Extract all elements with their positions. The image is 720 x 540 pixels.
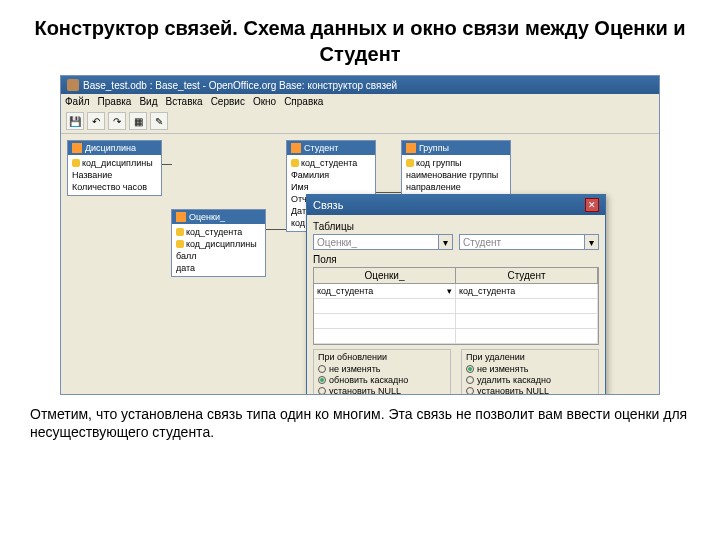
window-title: Base_test.odb : Base_test - OpenOffice.o… xyxy=(83,80,397,91)
toolbar: 💾 ↶ ↷ ▦ ✎ xyxy=(61,109,659,134)
redo-button[interactable]: ↷ xyxy=(108,112,126,130)
table-ocenki[interactable]: Оценки_ код_студента код_дисциплины балл… xyxy=(171,209,266,277)
slide-note: Отметим, что установлена связь типа один… xyxy=(30,405,690,441)
radio-cascade[interactable]: обновить каскадно xyxy=(318,375,446,385)
key-icon xyxy=(406,159,414,167)
table1-combo[interactable]: Оценки_ ▾ xyxy=(313,234,453,250)
app-window: Base_test.odb : Base_test - OpenOffice.o… xyxy=(60,75,660,395)
chevron-down-icon[interactable]: ▾ xyxy=(439,234,453,250)
close-button[interactable]: ✕ xyxy=(585,198,599,212)
new-relation-button[interactable]: ✎ xyxy=(150,112,168,130)
table2-combo[interactable]: Студент ▾ xyxy=(459,234,599,250)
radio-null[interactable]: установить NULL xyxy=(318,386,446,394)
menu-help[interactable]: Справка xyxy=(284,96,323,107)
menu-window[interactable]: Окно xyxy=(253,96,276,107)
dialog-titlebar[interactable]: Связь ✕ xyxy=(307,195,605,215)
table-header[interactable]: Дисциплина xyxy=(68,141,161,155)
key-icon xyxy=(176,228,184,236)
menu-tools[interactable]: Сервис xyxy=(211,96,245,107)
schema-canvas[interactable]: Дисциплина код_дисциплины Название Колич… xyxy=(61,134,659,394)
chevron-down-icon[interactable]: ▾ xyxy=(585,234,599,250)
on-update-group: При обновлении не изменять обновить каск… xyxy=(313,349,451,394)
fields-grid[interactable]: Оценки_ Студент код_студента▾ код_студен… xyxy=(313,267,599,345)
add-table-button[interactable]: ▦ xyxy=(129,112,147,130)
radio-null[interactable]: установить NULL xyxy=(466,386,594,394)
grid-cell[interactable]: код_студента xyxy=(456,284,598,298)
fields-label: Поля xyxy=(313,254,599,265)
table-header[interactable]: Оценки_ xyxy=(172,210,265,224)
menu-file[interactable]: Файл xyxy=(65,96,90,107)
radio-none[interactable]: не изменять xyxy=(466,364,594,374)
key-icon xyxy=(291,159,299,167)
slide-title: Конструктор связей. Схема данных и окно … xyxy=(30,15,690,67)
table-discipline[interactable]: Дисциплина код_дисциплины Название Колич… xyxy=(67,140,162,196)
grid-col1: Оценки_ xyxy=(314,268,456,283)
dialog-title-text: Связь xyxy=(313,199,343,211)
app-icon xyxy=(67,79,79,91)
table-header[interactable]: Группы xyxy=(402,141,510,155)
menu-view[interactable]: Вид xyxy=(139,96,157,107)
grid-col2: Студент xyxy=(456,268,598,283)
key-icon xyxy=(176,240,184,248)
grid-cell[interactable]: код_студента▾ xyxy=(314,284,456,298)
table-header[interactable]: Студент xyxy=(287,141,375,155)
relation-line xyxy=(162,164,172,165)
save-button[interactable]: 💾 xyxy=(66,112,84,130)
undo-button[interactable]: ↶ xyxy=(87,112,105,130)
relation-line xyxy=(266,229,286,230)
menu-edit[interactable]: Правка xyxy=(98,96,132,107)
radio-cascade[interactable]: удалить каскадно xyxy=(466,375,594,385)
menubar: Файл Правка Вид Вставка Сервис Окно Спра… xyxy=(61,94,659,109)
menu-insert[interactable]: Вставка xyxy=(165,96,202,107)
on-delete-group: При удалении не изменять удалить каскадн… xyxy=(461,349,599,394)
relation-dialog: Связь ✕ Таблицы Оценки_ ▾ Студент ▾ xyxy=(306,194,606,394)
radio-none[interactable]: не изменять xyxy=(318,364,446,374)
relation-line xyxy=(376,192,401,193)
key-icon xyxy=(72,159,80,167)
tables-label: Таблицы xyxy=(313,221,599,232)
titlebar: Base_test.odb : Base_test - OpenOffice.o… xyxy=(61,76,659,94)
